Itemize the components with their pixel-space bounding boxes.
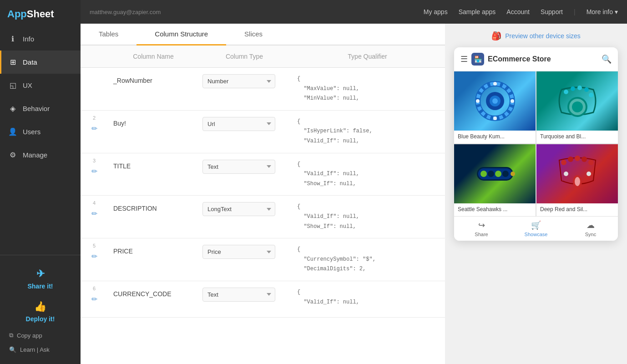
more-info-button[interactable]: More info ▾ (587, 8, 618, 15)
row-4-edit-button[interactable]: ✏ (91, 208, 98, 219)
svg-point-26 (575, 156, 580, 161)
my-apps-link[interactable]: My apps (424, 8, 448, 15)
phone-nav-share[interactable]: ↪ Share (454, 217, 509, 241)
tab-tables[interactable]: Tables (81, 24, 137, 46)
row-6-edit-button[interactable]: ✏ (91, 294, 98, 304)
support-link[interactable]: Support (541, 8, 563, 15)
table-row: 4 ✏ DESCRIPTION LongTextTextNumberUrlPri… (81, 196, 445, 238)
column-table-header: Column Name Column Type Type Qualifier (81, 46, 445, 68)
sidebar-item-ux-label: UX (23, 81, 32, 89)
row-4-type: LongTextTextNumberUrlPrice (199, 196, 290, 222)
sidebar-item-data[interactable]: ⊞ Data (0, 51, 81, 74)
sidebar-item-ux[interactable]: ◱ UX (0, 74, 81, 97)
svg-point-13 (571, 86, 575, 91)
showcase-nav-icon: 🛒 (531, 220, 541, 230)
product-card-3[interactable]: Seattle Seahawks ... (454, 144, 536, 216)
svg-point-8 (493, 116, 497, 120)
preview-header[interactable]: 🎒 Preview other device sizes (491, 31, 581, 41)
row-6-name: CURRENCY_CODE (108, 281, 199, 307)
row-1-type-select[interactable]: NumberTextLongTextUrlPrice (202, 74, 275, 88)
sidebar-item-info[interactable]: ℹ Info (0, 27, 81, 51)
sync-nav-label: Sync (585, 232, 596, 237)
svg-point-12 (564, 90, 568, 94)
row-4-type-select[interactable]: LongTextTextNumberUrlPrice (202, 202, 275, 216)
learn-ask-link[interactable]: 🔍 Learn | Ask (7, 343, 73, 357)
sidebar-item-manage[interactable]: ⚙ Manage (0, 143, 81, 167)
learn-ask-label: Learn | Ask (20, 346, 50, 353)
row-3-edit-button[interactable]: ✏ (91, 166, 98, 177)
learn-icon: 🔍 (9, 346, 16, 353)
product-card-4[interactable]: Deep Red and Sil... (536, 144, 618, 216)
row-2-edit-button[interactable]: ✏ (91, 123, 98, 134)
phone-app-title: ECommerce Store (488, 55, 598, 63)
svg-point-22 (502, 171, 509, 177)
svg-point-15 (584, 87, 589, 92)
copy-app-link[interactable]: ⧉ Copy app (7, 328, 73, 343)
ux-icon: ◱ (8, 81, 17, 90)
tab-slices[interactable]: Slices (226, 24, 281, 46)
header-col-type: Column Type (199, 46, 290, 67)
row-2-type-select[interactable]: UrlTextNumberLongTextPrice (202, 117, 275, 131)
product-image-seahawks (454, 144, 536, 203)
row-1-qualifier: { "MaxValue": null, "MinValue": null, (290, 68, 445, 110)
row-6-num: 6 (93, 286, 96, 291)
product-image-deepred (536, 144, 618, 203)
row-3-type: TextNumberLongTextUrlPrice (199, 153, 290, 180)
column-table: Column Name Column Type Type Qualifier _… (81, 46, 445, 364)
row-5-type: PriceTextNumberLongTextUrl (199, 238, 290, 265)
logo-sheet-text: Sheet (27, 8, 54, 20)
phone-menu-icon[interactable]: ☰ (460, 54, 468, 64)
sidebar-item-behavior-label: Behavior (23, 105, 50, 112)
product-img-1 (454, 71, 536, 131)
table-row: 5 ✏ PRICE PriceTextNumberLongTextUrl { "… (81, 238, 445, 281)
row-5-edit-button[interactable]: ✏ (91, 251, 98, 262)
copy-icon: ⧉ (9, 332, 13, 339)
tab-bar: Tables Column Structure Slices (81, 24, 445, 46)
preview-icon: 🎒 (491, 31, 501, 41)
data-icon: ⊞ (8, 58, 17, 66)
deploy-button[interactable]: 👍 Deploy it! (7, 295, 73, 328)
product-title-1: Blue Beauty Kum... (454, 131, 536, 143)
row-1-name: _RowNumber (108, 68, 199, 93)
share-button[interactable]: ✈ Share it! (7, 263, 73, 295)
sidebar-item-users[interactable]: 👤 Users (0, 120, 81, 143)
svg-point-24 (561, 160, 566, 165)
phone-nav-sync[interactable]: ☁ Sync (563, 217, 618, 241)
more-info-label: More info (587, 8, 613, 15)
product-img-3 (454, 144, 536, 203)
phone-search-icon[interactable]: 🔍 (602, 54, 612, 64)
header-type-qualifier: Type Qualifier (290, 46, 445, 67)
product-card-1[interactable]: Blue Beauty Kum... (454, 71, 536, 143)
table-row: 3 ✏ TITLE TextNumberLongTextUrlPrice { "… (81, 153, 445, 196)
row-5-type-select[interactable]: PriceTextNumberLongTextUrl (202, 245, 275, 259)
row-3-type-select[interactable]: TextNumberLongTextUrlPrice (202, 160, 275, 174)
row-6-type-select[interactable]: TextNumberLongTextUrlPrice (202, 288, 275, 302)
topbar-right: My apps Sample apps Account Support | Mo… (424, 8, 618, 15)
sidebar-item-data-label: Data (23, 58, 37, 66)
phone-nav-showcase[interactable]: 🛒 Showcase (509, 217, 563, 241)
behavior-icon: ◈ (8, 104, 17, 113)
svg-point-5 (511, 99, 514, 103)
sidebar-item-behavior[interactable]: ◈ Behavior (0, 97, 81, 120)
sample-apps-link[interactable]: Sample apps (459, 8, 496, 15)
svg-point-30 (575, 177, 580, 186)
svg-point-31 (587, 172, 591, 176)
row-2-name: Buy! (108, 111, 199, 136)
row-1-num-area (81, 68, 108, 74)
table-editor: Tables Column Structure Slices Column Na… (81, 24, 445, 364)
share-label: Share it! (27, 283, 53, 290)
showcase-nav-label: Showcase (525, 232, 548, 237)
tab-column-structure[interactable]: Column Structure (137, 24, 226, 46)
product-card-2[interactable]: Turquoise and Bl... (536, 71, 618, 143)
svg-point-16 (589, 93, 593, 97)
sync-nav-icon: ☁ (587, 220, 595, 230)
row-5-name: PRICE (108, 238, 199, 264)
account-link[interactable]: Account (506, 8, 530, 15)
svg-point-20 (488, 171, 494, 177)
row-2-type: UrlTextNumberLongTextPrice (199, 111, 290, 137)
sidebar-item-manage-label: Manage (23, 151, 47, 159)
sidebar-item-info-label: Info (23, 35, 34, 43)
svg-point-4 (492, 98, 498, 104)
phone-topbar: ☰ 🏪 ECommerce Store 🔍 (454, 47, 618, 71)
user-email: matthew.guay@zapier.com (90, 9, 161, 15)
